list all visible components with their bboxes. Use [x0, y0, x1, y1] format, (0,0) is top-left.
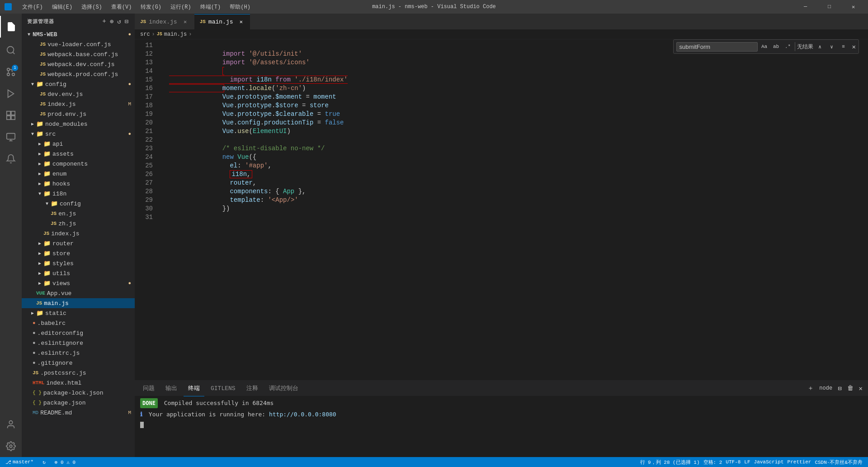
- tab-close-mainjs[interactable]: ✕: [237, 18, 245, 25]
- tab-close-indexjs[interactable]: ✕: [182, 18, 189, 25]
- tree-item-zhjs[interactable]: JS zh.js: [22, 219, 135, 229]
- tree-item-assets[interactable]: ▶ 📁 assets: [22, 149, 135, 159]
- refresh-btn[interactable]: ↺: [116, 17, 122, 26]
- tree-item-devenv[interactable]: JS dev.env.js: [22, 89, 135, 99]
- activity-accounts[interactable]: [0, 414, 22, 435]
- tree-item-eslintrc[interactable]: ● .eslintrc.js: [22, 348, 135, 358]
- status-formatter[interactable]: Prettier: [786, 459, 813, 466]
- menu-run[interactable]: 运行(R): [168, 2, 194, 12]
- tree-item-nodemodules[interactable]: ▶ 📁 node_modules: [22, 119, 135, 129]
- tree-item-indexhtml[interactable]: HTML index.html: [22, 378, 135, 388]
- menu-edit[interactable]: 编辑(E): [49, 2, 75, 12]
- find-word-btn[interactable]: ab: [771, 42, 781, 52]
- item-label: main.js: [44, 300, 135, 307]
- find-prev-btn[interactable]: ∧: [815, 42, 825, 52]
- status-position[interactable]: 行 9，列 28 (已选择 1): [638, 459, 702, 466]
- tree-item-utils[interactable]: ▶ 📁 utils: [22, 268, 135, 278]
- tree-item-enjs[interactable]: JS en.js: [22, 209, 135, 219]
- panel-tab-terminal[interactable]: 终端: [184, 381, 204, 396]
- activity-search[interactable]: [0, 39, 22, 61]
- status-lineend[interactable]: LF: [742, 459, 752, 466]
- tree-item-config[interactable]: ▼ 📁 config ●: [22, 79, 135, 89]
- panel-tab-debug[interactable]: 调试控制台: [264, 381, 303, 396]
- project-root[interactable]: ▼ NMS-WEB ●: [22, 29, 135, 39]
- tree-item-static[interactable]: ▶ 📁 static: [22, 308, 135, 318]
- menu-goto[interactable]: 转发(G): [138, 2, 164, 12]
- tree-item-webpackdev[interactable]: JS webpack.dev.conf.js: [22, 59, 135, 69]
- status-encoding[interactable]: UTF-8: [724, 459, 742, 466]
- find-close-btn[interactable]: ✕: [852, 43, 856, 51]
- menu-file[interactable]: 文件(F): [19, 2, 46, 12]
- find-input[interactable]: [676, 42, 758, 52]
- tree-item-packagejson[interactable]: { } package.json: [22, 398, 135, 408]
- tree-item-appvue[interactable]: VUE App.vue: [22, 288, 135, 298]
- tree-item-webpackbase[interactable]: JS webpack.base.conf.js: [22, 49, 135, 59]
- menu-help[interactable]: 帮助(H): [227, 2, 253, 12]
- activity-settings[interactable]: [0, 435, 22, 457]
- status-errors[interactable]: ⊗ 0 ⚠ 0: [53, 459, 77, 465]
- new-file-btn[interactable]: +: [101, 17, 107, 26]
- panel-tab-problems[interactable]: 问题: [138, 381, 159, 396]
- tree-item-editorconfig[interactable]: ● .editorconfig: [22, 328, 135, 338]
- activity-notifications[interactable]: [0, 148, 22, 170]
- panel-tab-gitlens[interactable]: GITLENS: [206, 381, 240, 396]
- tree-item-i18nindex[interactable]: JS index.js: [22, 229, 135, 238]
- panel-tab-comments[interactable]: 注释: [242, 381, 263, 396]
- tree-item-babelrc[interactable]: ● .babelrc: [22, 318, 135, 328]
- panel-close-btn[interactable]: ✕: [857, 384, 864, 393]
- tree-item-api[interactable]: ▶ 📁 api: [22, 139, 135, 149]
- panel-add-btn[interactable]: ＋: [806, 383, 816, 393]
- tree-item-hooks[interactable]: ▶ 📁 hooks: [22, 179, 135, 189]
- tree-item-i18nconfig[interactable]: ▼ 📁 config: [22, 199, 135, 209]
- tree-item-eslintignore[interactable]: ● .eslintignore: [22, 338, 135, 348]
- activity-extensions[interactable]: [0, 105, 22, 126]
- panel-trash-btn[interactable]: 🗑: [845, 384, 855, 393]
- tree-item-router[interactable]: ▶ 📁 router: [22, 238, 135, 248]
- tree-item-enum[interactable]: ▶ 📁 enum: [22, 169, 135, 179]
- maximize-button[interactable]: □: [819, 0, 840, 14]
- breadcrumb-file[interactable]: JS main.js: [157, 31, 187, 38]
- find-next-btn[interactable]: ∨: [827, 42, 837, 52]
- tree-item-vueloader[interactable]: JS vue-loader.conf.js: [22, 39, 135, 49]
- tab-indexjs[interactable]: JS index.js ✕: [135, 14, 194, 29]
- folder-icon: 📁: [36, 120, 43, 128]
- code-editor[interactable]: 11 import '@/utils/init' 12 import '@/as…: [135, 39, 868, 380]
- tree-item-gitignore[interactable]: ● .gitignore: [22, 358, 135, 368]
- close-button[interactable]: ✕: [843, 0, 863, 14]
- tree-item-postcssrc[interactable]: JS .postcssrc.js: [22, 368, 135, 378]
- find-case-btn[interactable]: Aa: [760, 42, 769, 52]
- find-list-btn[interactable]: ≡: [839, 42, 849, 52]
- menu-select[interactable]: 选择(S): [79, 2, 105, 12]
- activity-remote[interactable]: [0, 126, 22, 148]
- status-sync[interactable]: ↻: [41, 459, 47, 465]
- activity-git[interactable]: 1: [0, 61, 22, 83]
- activity-debug[interactable]: [0, 83, 22, 105]
- tree-item-i18n[interactable]: ▼ 📁 i18n: [22, 189, 135, 199]
- tree-item-store[interactable]: ▶ 📁 store: [22, 248, 135, 258]
- status-branch[interactable]: ⎇ master*: [4, 459, 35, 465]
- tree-item-readme[interactable]: MD README.md M: [22, 408, 135, 418]
- find-regex-btn[interactable]: .*: [783, 42, 793, 52]
- tree-item-indexjs[interactable]: JS index.js M: [22, 99, 135, 109]
- menu-terminal[interactable]: 终端(T): [198, 2, 224, 12]
- tree-item-views[interactable]: ▶ 📁 views ●: [22, 278, 135, 288]
- status-csdn[interactable]: CSDN·不弃丝&不弃舟: [813, 459, 864, 466]
- tree-item-packagelock[interactable]: { } package-lock.json: [22, 388, 135, 398]
- breadcrumb-src[interactable]: src: [140, 31, 150, 38]
- panel-tab-output[interactable]: 输出: [161, 381, 182, 396]
- new-folder-btn[interactable]: ⊕: [109, 17, 114, 26]
- tree-item-src[interactable]: ▼ 📁 src ●: [22, 129, 135, 139]
- tree-item-components[interactable]: ▶ 📁 components: [22, 159, 135, 169]
- tree-item-prodenv[interactable]: JS prod.env.js: [22, 109, 135, 119]
- tree-item-styles[interactable]: ▶ 📁 styles: [22, 258, 135, 268]
- status-language[interactable]: JavaScript: [752, 459, 786, 466]
- panel-split-btn[interactable]: ⊟: [836, 384, 843, 393]
- menu-view[interactable]: 查看(V): [108, 2, 135, 12]
- status-spaces[interactable]: 空格: 2: [702, 459, 724, 466]
- tab-mainjs[interactable]: JS main.js ✕: [194, 14, 250, 29]
- tree-item-webpackprod[interactable]: JS webpack.prod.conf.js: [22, 69, 135, 79]
- collapse-btn[interactable]: ⊟: [124, 17, 129, 26]
- activity-explorer[interactable]: [0, 16, 22, 38]
- tree-item-mainjs[interactable]: JS main.js: [22, 298, 135, 308]
- minimize-button[interactable]: ─: [795, 0, 816, 14]
